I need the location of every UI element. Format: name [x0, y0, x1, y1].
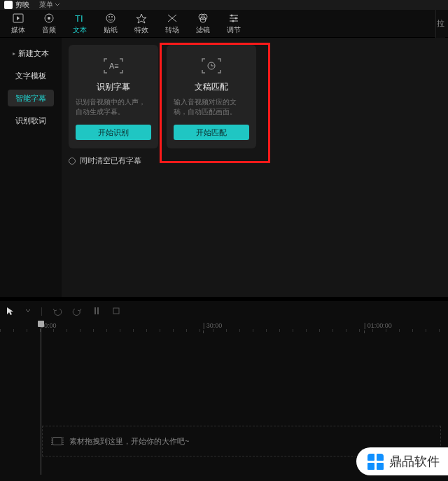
tab-label: 特效	[134, 25, 148, 35]
adjust-icon	[227, 13, 240, 24]
svg-text:A≡: A≡	[109, 62, 119, 70]
start-recognize-button[interactable]: 开始识别	[76, 125, 151, 140]
clear-caption-label: 同时清空已有字幕	[80, 155, 141, 166]
watermark-text: 鼎品软件	[389, 453, 440, 470]
watermark-badge: 鼎品软件	[356, 447, 448, 475]
watermark-logo-icon	[368, 454, 384, 470]
transition-icon	[166, 13, 178, 24]
chevron-down-icon	[55, 2, 60, 8]
undo-icon[interactable]	[52, 306, 62, 316]
media-icon	[12, 13, 24, 24]
ruler-tick: | 01:00:00	[364, 322, 392, 329]
audio-icon	[43, 13, 55, 24]
script-match-icon	[201, 57, 222, 74]
card-desc: 输入音视频对应的文稿，自动匹配画面。	[174, 97, 249, 117]
tab-label: 滤镜	[196, 25, 210, 35]
tab-label: 转场	[165, 25, 179, 35]
sidebar-item-label: 识别歌词	[15, 116, 46, 126]
timeline-toolbar: |	[0, 301, 448, 321]
svg-point-12	[232, 20, 234, 22]
radio-icon	[69, 158, 76, 165]
card-script-match: 文稿匹配 输入音视频对应的文稿，自动匹配画面。 开始匹配	[167, 45, 256, 148]
split-icon[interactable]	[92, 306, 102, 316]
svg-point-10	[231, 14, 233, 16]
start-match-button[interactable]: 开始匹配	[174, 125, 249, 140]
card-desc: 识别音视频中的人声，自动生成字幕。	[76, 97, 151, 117]
tab-transition[interactable]: 转场	[157, 13, 188, 35]
filter-icon	[197, 13, 209, 24]
tab-label: 音频	[42, 25, 56, 35]
svg-point-6	[111, 16, 113, 18]
chevron-down-icon[interactable]	[25, 308, 31, 314]
text-sidebar: 新建文本 文字模板 智能字幕 识别歌词	[0, 38, 62, 297]
effects-icon	[135, 13, 148, 24]
redo-icon[interactable]	[72, 306, 82, 316]
text-icon: TI	[74, 13, 86, 24]
svg-point-2	[48, 17, 50, 20]
card-row: A≡ 识别字幕 识别音视频中的人声，自动生成字幕。 开始识别 文稿匹配 输入音视…	[69, 45, 441, 148]
card-title: 识别字幕	[97, 81, 130, 93]
svg-point-5	[108, 16, 110, 18]
sticker-icon	[104, 13, 117, 24]
card-title: 文稿匹配	[195, 81, 228, 93]
svg-point-11	[235, 17, 237, 19]
sidebar-item-lyrics[interactable]: 识别歌词	[8, 112, 54, 129]
panel-toggle[interactable]: 拉	[435, 10, 445, 38]
film-icon	[52, 437, 62, 445]
separator: |	[41, 306, 43, 316]
main-panel: 新建文本 文字模板 智能字幕 识别歌词 A≡ 识别字幕 识别音视频中的人声，自动…	[0, 38, 448, 297]
tab-text[interactable]: TI 文本	[64, 13, 95, 35]
svg-rect-16	[97, 307, 99, 314]
delete-icon[interactable]	[111, 306, 121, 316]
tab-label: 调节	[227, 25, 241, 35]
category-toolbar: 媒体 音频 TI 文本 贴纸 特效 转场 滤镜 调节 拉	[0, 10, 448, 38]
svg-text:TI: TI	[75, 13, 83, 24]
tab-label: 媒体	[11, 25, 25, 35]
tab-audio[interactable]: 音频	[34, 13, 64, 35]
tab-effects[interactable]: 特效	[126, 13, 157, 35]
tab-media[interactable]: 媒体	[3, 13, 34, 35]
time-ruler[interactable]: 00:00 | 30:00 | 01:00:00	[0, 321, 448, 332]
sidebar-item-new-text[interactable]: 新建文本	[8, 45, 54, 62]
svg-rect-15	[94, 307, 96, 314]
sidebar-item-template[interactable]: 文字模板	[8, 67, 54, 84]
menu-dropdown[interactable]: 菜单	[39, 0, 60, 10]
sidebar-item-smart-caption[interactable]: 智能字幕	[8, 90, 54, 106]
tab-label: 文本	[73, 25, 87, 35]
content-area: A≡ 识别字幕 识别音视频中的人声，自动生成字幕。 开始识别 文稿匹配 输入音视…	[62, 38, 448, 297]
menu-label: 菜单	[39, 0, 53, 10]
tab-label: 贴纸	[104, 25, 118, 35]
app-logo-icon	[4, 1, 13, 9]
tab-sticker[interactable]: 贴纸	[95, 13, 126, 35]
app-name: 剪映	[15, 0, 29, 10]
title-bar: 剪映 菜单	[0, 0, 448, 10]
svg-rect-17	[113, 308, 119, 314]
caption-ai-icon: A≡	[103, 57, 124, 74]
tab-filter[interactable]: 滤镜	[188, 13, 218, 35]
drop-hint: 素材拖拽到这里，开始你的大作吧~	[69, 436, 189, 447]
ruler-tick: | 30:00	[203, 322, 222, 329]
svg-point-4	[106, 14, 115, 22]
pointer-tool-icon[interactable]	[6, 306, 15, 316]
card-recognize-caption: A≡ 识别字幕 识别音视频中的人声，自动生成字幕。 开始识别	[69, 45, 158, 148]
sidebar-item-label: 智能字幕	[15, 93, 46, 104]
sidebar-item-label: 文字模板	[15, 71, 46, 81]
playhead[interactable]	[41, 321, 41, 475]
tab-adjust[interactable]: 调节	[218, 13, 249, 35]
sidebar-item-label: 新建文本	[18, 48, 49, 59]
clear-caption-option[interactable]: 同时清空已有字幕	[69, 155, 441, 166]
